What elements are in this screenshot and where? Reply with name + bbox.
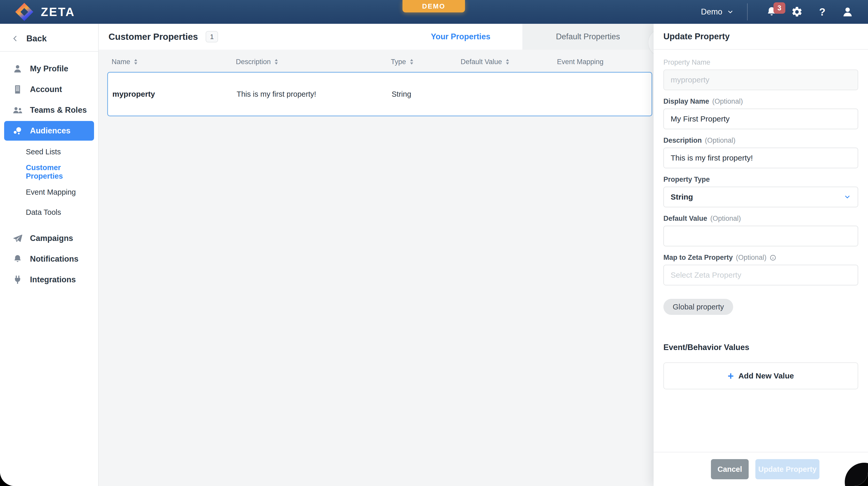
sidebar-subitem-data-tools[interactable]: Data Tools	[0, 203, 98, 221]
account-switcher[interactable]: Demo	[701, 7, 734, 17]
chevron-down-icon	[844, 193, 851, 201]
sidebar-item-account[interactable]: Account	[0, 79, 98, 100]
panel-title: Update Property	[663, 32, 730, 41]
map-zeta-property-input[interactable]	[663, 265, 858, 285]
panel-footer: Cancel Update Property	[654, 452, 868, 486]
column-header-description[interactable]: Description	[236, 58, 391, 66]
sidebar-item-campaigns[interactable]: Campaigns	[0, 228, 98, 249]
field-property-type: Property Type String	[663, 175, 858, 207]
settings-gear-icon[interactable]	[791, 6, 803, 18]
sidebar-item-audiences[interactable]: Audiences	[4, 121, 94, 141]
sidebar-subitem-label: Data Tools	[26, 208, 61, 217]
default-value-input[interactable]	[663, 226, 858, 246]
column-header-name[interactable]: Name	[112, 58, 236, 66]
sidebar-item-label: My Profile	[30, 64, 68, 74]
add-new-value-button[interactable]: + Add New Value	[663, 363, 858, 389]
sidebar-subitem-event-mapping[interactable]: Event Mapping	[0, 183, 98, 201]
sort-icon[interactable]	[410, 59, 413, 65]
update-property-button[interactable]: Update Property	[755, 459, 819, 479]
tab-default-properties[interactable]: Default Properties	[522, 24, 654, 50]
sidebar-item-label: Notifications	[30, 254, 79, 264]
sidebar-item-label: Integrations	[30, 275, 76, 284]
field-label: Property Type	[663, 175, 710, 183]
column-header-type[interactable]: Type	[391, 58, 461, 66]
building-icon	[12, 85, 23, 94]
chevron-down-icon	[726, 8, 734, 16]
notifications-bell-icon[interactable]: 3	[766, 6, 778, 18]
sidebar-subitem-label: Customer Properties	[26, 163, 98, 180]
tab-your-properties[interactable]: Your Properties	[399, 24, 522, 50]
users-icon	[12, 105, 23, 115]
display-name-input[interactable]	[663, 109, 858, 129]
info-icon[interactable]	[770, 254, 776, 261]
page-header: Customer Properties 1 Your Properties De…	[99, 24, 654, 50]
global-property-chip[interactable]: Global property	[663, 299, 733, 315]
sidebar-item-notifications[interactable]: Notifications	[0, 249, 98, 269]
field-description: Description (Optional)	[663, 137, 858, 168]
audience-bubbles-icon	[12, 126, 23, 136]
sidebar-item-my-profile[interactable]: My Profile	[0, 58, 98, 79]
sort-icon[interactable]	[505, 59, 509, 65]
properties-tabs: Your Properties Default Properties	[399, 24, 654, 50]
description-input[interactable]	[663, 148, 858, 168]
field-property-name: Property Name	[663, 58, 858, 90]
sidebar-subitem-customer-properties[interactable]: Customer Properties	[0, 163, 98, 181]
column-header-default-value[interactable]: Default Value	[461, 58, 557, 66]
sidebar-item-label: Audiences	[30, 126, 70, 136]
sort-icon[interactable]	[274, 59, 278, 65]
field-display-name: Display Name (Optional)	[663, 97, 858, 129]
plug-icon	[12, 275, 23, 285]
sidebar-item-label: Account	[30, 85, 62, 94]
sidebar-subitem-seed-lists[interactable]: Seed Lists	[0, 143, 98, 161]
sidebar-item-teams-roles[interactable]: Teams & Roles	[0, 100, 98, 120]
app-window: ZETA DEMO Demo 3	[0, 0, 868, 486]
field-label: Description	[663, 137, 702, 144]
tab-label: Your Properties	[431, 32, 490, 41]
notification-count-badge: 3	[773, 2, 785, 14]
column-label: Name	[112, 58, 130, 66]
sort-icon[interactable]	[134, 59, 138, 65]
optional-hint: (Optional)	[712, 97, 743, 106]
table-row[interactable]: myproperty This is my first property! St…	[107, 72, 652, 116]
left-sidebar: Back My Profile	[0, 24, 99, 486]
user-icon	[12, 64, 23, 74]
back-label: Back	[26, 34, 47, 44]
optional-hint: (Optional)	[736, 254, 767, 262]
optional-hint: (Optional)	[710, 215, 741, 223]
navbar-right-cluster: Demo 3 ?	[701, 3, 854, 21]
add-new-value-label: Add New Value	[738, 371, 794, 380]
selected-value: String	[671, 193, 693, 201]
row-cell-name: myproperty	[113, 90, 237, 98]
field-label: Display Name	[663, 97, 709, 106]
zeta-logo[interactable]: ZETA	[14, 2, 75, 22]
property-type-select[interactable]: String	[663, 187, 858, 207]
panel-header: Update Property	[654, 24, 868, 50]
sidebar-nav: My Profile Account	[0, 52, 98, 290]
field-map-to-zeta: Map to Zeta Property (Optional)	[663, 254, 858, 285]
tab-label: Default Properties	[556, 32, 620, 41]
field-label: Default Value	[663, 215, 707, 223]
property-count-badge: 1	[206, 31, 218, 42]
row-cell-type: String	[392, 90, 461, 98]
column-label: Type	[391, 58, 406, 66]
panel-body: Property Name Display Name (Optional) De…	[654, 50, 868, 452]
column-label: Event Mapping	[557, 58, 603, 66]
field-default-value: Default Value (Optional)	[663, 215, 858, 246]
optional-hint: (Optional)	[705, 137, 736, 144]
sidebar-subitem-label: Seed Lists	[26, 148, 61, 156]
column-label: Description	[236, 58, 271, 66]
navbar-divider	[747, 3, 748, 21]
sidebar-item-label: Campaigns	[30, 234, 73, 243]
help-icon[interactable]: ?	[816, 6, 828, 18]
field-label: Property Name	[663, 58, 710, 66]
cancel-button[interactable]: Cancel	[711, 459, 749, 479]
row-cell-description: This is my first property!	[237, 90, 392, 98]
sidebar-item-integrations[interactable]: Integrations	[0, 269, 98, 290]
brand-name: ZETA	[41, 5, 75, 19]
user-profile-icon[interactable]	[842, 6, 854, 18]
page-title: Customer Properties	[108, 32, 198, 42]
plus-icon: +	[728, 371, 734, 381]
back-button[interactable]: Back	[0, 24, 98, 51]
bell-icon	[12, 254, 23, 264]
field-label: Map to Zeta Property	[663, 254, 733, 262]
